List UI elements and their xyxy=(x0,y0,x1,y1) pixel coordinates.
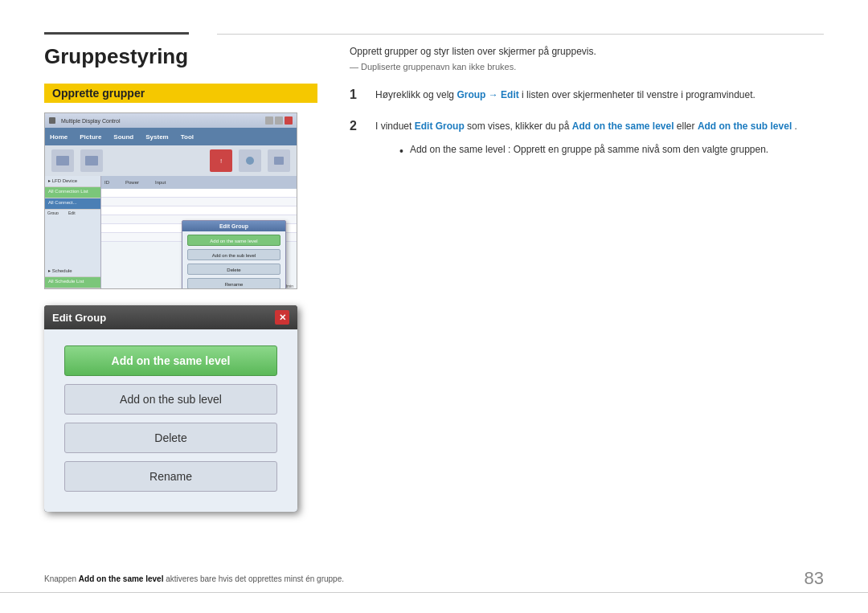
mock-min xyxy=(265,116,273,125)
step1-prefix: Høyreklikk og velg xyxy=(375,89,454,100)
mock-col-id: ID xyxy=(104,180,109,185)
note-dash: — xyxy=(350,62,358,72)
page-number: 83 xyxy=(805,568,824,589)
bullet-dot: • xyxy=(399,142,403,160)
mock-tb-user xyxy=(239,149,261,172)
top-line-left xyxy=(44,32,189,35)
bullet-description: : Opprett en gruppe på samme nivå som de… xyxy=(508,144,768,155)
step-1-text: Høyreklikk og velg Group → Edit i listen… xyxy=(375,88,755,103)
dialog-rename-button[interactable]: Rename xyxy=(64,461,277,492)
note-content: Dupliserte gruppenavn kan ikke brukes. xyxy=(361,62,516,72)
top-line-right xyxy=(217,34,824,35)
screenshot-mockup: Multiple Display Control Home Picture So… xyxy=(44,112,297,289)
mock-toolbar: ! xyxy=(45,145,297,176)
page-container: Gruppestyring Opprette grupper Multiple … xyxy=(0,0,868,613)
dialog-body: Add on the same level Add on the sub lev… xyxy=(44,329,297,512)
mock-nav-tool: Tool xyxy=(181,133,194,141)
step-2-content: I vinduet Edit Group som vises, klikker … xyxy=(375,119,797,161)
mock-nav-home: Home xyxy=(50,133,68,141)
mock-sidebar-sched-all: All Schedule List xyxy=(45,277,100,288)
step2-suffix: . xyxy=(795,121,797,132)
step2-add-same: Add on the same level xyxy=(572,121,674,132)
mock-ctx-btn4: Rename xyxy=(187,278,280,289)
step-2-text: I vinduet Edit Group som vises, klikker … xyxy=(375,119,797,134)
dialog-add-same-level-button[interactable]: Add on the same level xyxy=(64,345,277,376)
mock-nav-picture: Picture xyxy=(80,133,101,141)
dialog-add-sub-level-button[interactable]: Add on the sub level xyxy=(64,384,277,415)
bullet-add-same-bold: Add on the same level xyxy=(410,144,506,155)
mock-nav-system: System xyxy=(145,133,168,141)
footer-suffix: aktiveres bare hvis det opprettes minst … xyxy=(166,574,344,583)
section-label: Opprette grupper xyxy=(44,84,317,103)
mock-ctx-btn1: Add on the same level xyxy=(187,235,280,246)
step1-group: Group xyxy=(457,89,488,100)
mock-tb-icon1 xyxy=(51,149,74,172)
mock-sidebar-schedule: ▸ Schedule xyxy=(45,266,100,277)
mock-row-2 xyxy=(101,198,297,206)
mock-titlebar: Multiple Display Control xyxy=(45,113,297,128)
mock-ctx-btn3: Delete xyxy=(187,264,280,275)
bullet-text: Add on the same level : Opprett en grupp… xyxy=(410,142,768,157)
dialog-title: Edit Group xyxy=(52,312,106,324)
mock-sidebar-lfd: ▸ LFD Device xyxy=(45,176,100,187)
dialog-titlebar: Edit Group ✕ xyxy=(44,305,297,329)
edit-group-dialog: Edit Group ✕ Add on the same level Add o… xyxy=(44,305,297,512)
footer-note: Knappen Add on the same level aktiveres … xyxy=(44,574,344,583)
step1-suffix: i listen over skjermenheter til venstre … xyxy=(522,89,755,100)
step1-edit: Edit xyxy=(501,89,519,100)
mock-row-3 xyxy=(101,206,297,215)
dialog-delete-button[interactable]: Delete xyxy=(64,423,277,453)
mock-nav-sound: Sound xyxy=(113,133,133,141)
step2-middle: som vises, klikker du på xyxy=(467,121,569,132)
mock-col-input: Input xyxy=(155,180,166,185)
mock-row-1 xyxy=(101,189,297,198)
mock-ctx-btn2: Add on the sub level xyxy=(187,249,280,260)
bottom-line xyxy=(0,592,868,593)
mock-content: ▸ LFD Device All Connection List All Con… xyxy=(45,176,297,288)
bullet-item-1: • Add on the same level : Opprett en gru… xyxy=(399,142,797,160)
mock-tb-icon2 xyxy=(80,149,103,172)
mock-max xyxy=(275,116,283,125)
mock-context-menu: Edit Group Add on the same level Add on … xyxy=(182,220,286,289)
bullet-section: • Add on the same level : Opprett en gru… xyxy=(399,142,797,160)
mock-col-power: Power xyxy=(125,180,139,185)
step2-edit-group: Edit Group xyxy=(415,121,465,132)
note-text: — Dupliserte gruppenavn kan ikke brukes. xyxy=(350,62,824,72)
step2-add-sub: Add on the sub level xyxy=(698,121,792,132)
dialog-close-button[interactable]: ✕ xyxy=(275,310,289,325)
footer-bold: Add on the same level xyxy=(79,574,164,583)
mock-icon xyxy=(49,117,55,124)
mock-close xyxy=(285,116,293,125)
right-column: Opprett grupper og styr listen over skje… xyxy=(350,40,824,597)
step-1-number: 1 xyxy=(350,88,366,102)
step1-arrow: → xyxy=(489,89,501,100)
step-2-number: 2 xyxy=(350,119,366,133)
mock-main-header: ID Power Input xyxy=(101,176,297,189)
mock-tb-logout xyxy=(268,149,290,172)
mock-ctx-title: Edit Group xyxy=(182,221,285,231)
step2-or: eller xyxy=(677,121,695,132)
page-title: Gruppestyring xyxy=(44,44,317,69)
left-column: Gruppestyring Opprette grupper Multiple … xyxy=(44,40,317,597)
intro-text: Opprett grupper og styr listen over skje… xyxy=(350,44,824,59)
mock-tb-alert: ! xyxy=(210,149,232,172)
mock-title: Multiple Display Control xyxy=(61,118,121,124)
footer-area: Knappen Add on the same level aktiveres … xyxy=(44,568,824,589)
step-2: 2 I vinduet Edit Group som vises, klikke… xyxy=(350,119,824,161)
content-area: Gruppestyring Opprette grupper Multiple … xyxy=(0,0,868,613)
step-1: 1 Høyreklikk og velg Group → Edit i list… xyxy=(350,88,824,103)
mock-nav: Home Picture Sound System Tool xyxy=(45,128,297,145)
mock-sidebar-active: All Connect... xyxy=(45,198,100,210)
footer-prefix: Knappen xyxy=(44,574,76,583)
mock-main: ID Power Input xyxy=(101,176,297,288)
mock-sidebar-conn: All Connection List xyxy=(45,187,100,198)
step2-prefix: I vinduet xyxy=(375,121,411,132)
mock-sidebar: ▸ LFD Device All Connection List All Con… xyxy=(45,176,101,288)
